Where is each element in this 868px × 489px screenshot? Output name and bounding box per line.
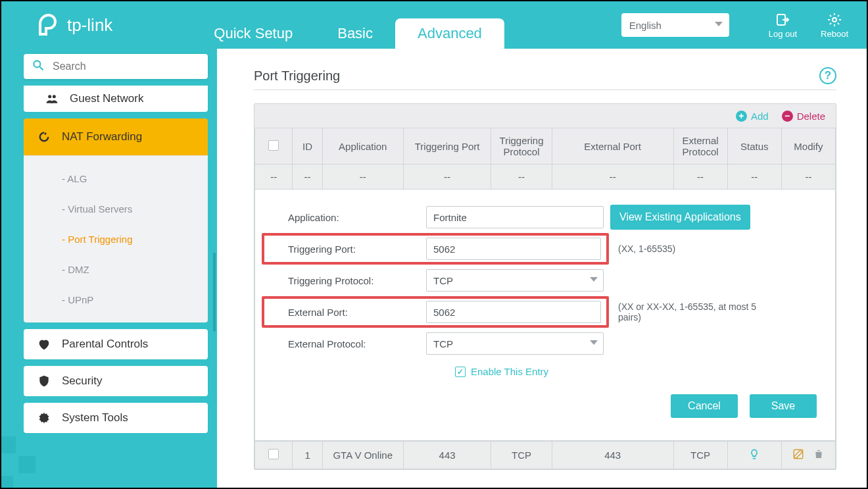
th-id: ID <box>293 128 322 165</box>
th-modify: Modify <box>781 128 835 165</box>
shield-icon <box>37 374 51 388</box>
sidebar-item-security[interactable]: Security <box>24 366 208 396</box>
chevron-down-icon <box>590 277 598 282</box>
label-external-port: External Port: <box>264 307 426 318</box>
search-box[interactable] <box>24 54 208 79</box>
th-status: Status <box>727 128 781 165</box>
search-icon <box>32 59 45 74</box>
edit-icon[interactable] <box>792 448 804 462</box>
parental-controls-icon <box>37 337 51 351</box>
sub-item-dmz[interactable]: - DMZ <box>24 254 208 284</box>
table-panel: + Add − Delete ID A <box>254 103 836 470</box>
label-external-protocol: External Protocol: <box>262 338 426 349</box>
guest-network-icon <box>45 91 59 106</box>
sidebar-item-label: Guest Network <box>70 92 143 105</box>
page-title: Port Triggering <box>254 68 340 84</box>
th-external-protocol: External Protocol <box>673 128 727 165</box>
sub-item-upnp[interactable]: - UPnP <box>24 284 208 315</box>
sidebar-menu: Guest Network NAT Forwarding - ALG - Vir… <box>24 86 208 433</box>
sidebar-item-label: Security <box>62 374 102 388</box>
port-triggering-table: ID Application Triggering Port Triggerin… <box>254 128 836 190</box>
highlight-triggering-port: Triggering Port: <box>262 233 609 265</box>
svg-point-10 <box>34 61 40 67</box>
svg-line-9 <box>838 15 839 16</box>
svg-line-8 <box>830 23 831 24</box>
decorative-squares <box>0 411 45 489</box>
sidebar-item-label: System Tools <box>62 411 128 425</box>
label-application: Application: <box>262 212 426 223</box>
tab-basic[interactable]: Basic <box>315 18 395 49</box>
row-checkbox[interactable] <box>268 449 279 459</box>
svg-line-7 <box>838 23 839 24</box>
port-triggering-data-table: 1 GTA V Online 443 TCP 443 TCP <box>254 441 836 469</box>
tab-quick-setup[interactable]: Quick Setup <box>191 18 315 49</box>
sub-item-port-triggering[interactable]: - Port Triggering <box>24 224 208 254</box>
cancel-button[interactable]: Cancel <box>671 394 738 418</box>
enable-entry-label[interactable]: Enable This Entry <box>471 366 548 377</box>
hint-external-port: (XX or XX-XX, 1-65535, at most 5 pairs) <box>609 301 760 322</box>
tplink-logo-icon <box>37 13 60 37</box>
nat-submenu: - ALG - Virtual Servers - Port Triggerin… <box>24 155 208 322</box>
chevron-down-icon <box>590 340 598 345</box>
label-triggering-port: Triggering Port: <box>264 244 426 255</box>
plus-icon: + <box>736 111 747 122</box>
language-select[interactable]: English <box>621 13 729 37</box>
sidebar-item-system-tools[interactable]: System Tools <box>24 403 208 433</box>
sidebar-item-nat-forwarding[interactable]: NAT Forwarding <box>24 118 208 155</box>
application-input[interactable] <box>426 206 604 228</box>
label-triggering-protocol: Triggering Protocol: <box>262 275 426 286</box>
th-triggering-protocol: Triggering Protocol <box>491 128 552 165</box>
sidebar-scrollbar[interactable] <box>213 253 216 332</box>
triggering-protocol-select[interactable]: TCP <box>426 269 604 292</box>
logout-button[interactable]: Log out <box>769 12 797 39</box>
hint-triggering-port: (XX, 1-65535) <box>609 244 675 254</box>
minus-icon: − <box>782 111 793 122</box>
tab-advanced[interactable]: Advanced <box>395 18 504 49</box>
reboot-button[interactable]: Reboot <box>821 12 848 39</box>
sidebar-item-guest-network[interactable]: Guest Network <box>24 86 208 112</box>
svg-point-1 <box>832 18 836 22</box>
sidebar-item-label: Parental Controls <box>62 338 148 351</box>
sub-item-virtual-servers[interactable]: - Virtual Servers <box>24 193 208 224</box>
view-existing-apps-button[interactable]: View Existing Applications <box>610 205 750 230</box>
search-input[interactable] <box>51 60 200 73</box>
svg-point-13 <box>53 95 56 98</box>
header-tabs: Quick Setup Basic Advanced <box>191 1 504 49</box>
th-triggering-port: Triggering Port <box>403 128 491 165</box>
add-button[interactable]: + Add <box>736 111 769 122</box>
select-all-checkbox[interactable] <box>268 140 279 151</box>
external-port-input[interactable] <box>426 301 601 323</box>
svg-line-6 <box>830 15 831 16</box>
content: Port Triggering ? + Add − Delete <box>217 49 867 488</box>
delete-button[interactable]: − Delete <box>782 111 825 122</box>
entry-form: Application: View Existing Applications … <box>254 190 836 441</box>
triggering-port-input[interactable] <box>426 238 601 260</box>
help-button[interactable]: ? <box>819 67 836 84</box>
trash-icon[interactable] <box>813 448 824 462</box>
brand-name: tp-link <box>67 15 112 36</box>
highlight-external-port: External Port: <box>262 296 609 328</box>
nat-forwarding-icon <box>37 130 51 144</box>
logout-icon <box>775 12 790 28</box>
save-button[interactable]: Save <box>750 394 817 418</box>
brand-logo: tp-link <box>37 13 112 37</box>
sidebar-item-label: NAT Forwarding <box>62 130 142 143</box>
table-empty-row: ------------------ <box>255 165 836 190</box>
enable-entry-checkbox[interactable] <box>455 367 466 377</box>
status-bulb-icon[interactable] <box>748 451 760 462</box>
sub-item-alg[interactable]: - ALG <box>24 163 208 193</box>
table-row: 1 GTA V Online 443 TCP 443 TCP <box>255 442 836 469</box>
language-value: English <box>629 20 662 31</box>
reboot-icon <box>827 12 842 28</box>
svg-point-12 <box>48 95 51 98</box>
svg-line-11 <box>40 67 43 70</box>
sidebar: Guest Network NAT Forwarding - ALG - Vir… <box>1 49 217 488</box>
th-external-port: External Port <box>552 128 673 165</box>
chevron-down-icon <box>715 22 723 26</box>
th-application: Application <box>322 128 403 165</box>
sidebar-item-parental-controls[interactable]: Parental Controls <box>24 329 208 359</box>
header: tp-link Quick Setup Basic Advanced Engli… <box>1 1 867 49</box>
external-protocol-select[interactable]: TCP <box>426 332 604 355</box>
